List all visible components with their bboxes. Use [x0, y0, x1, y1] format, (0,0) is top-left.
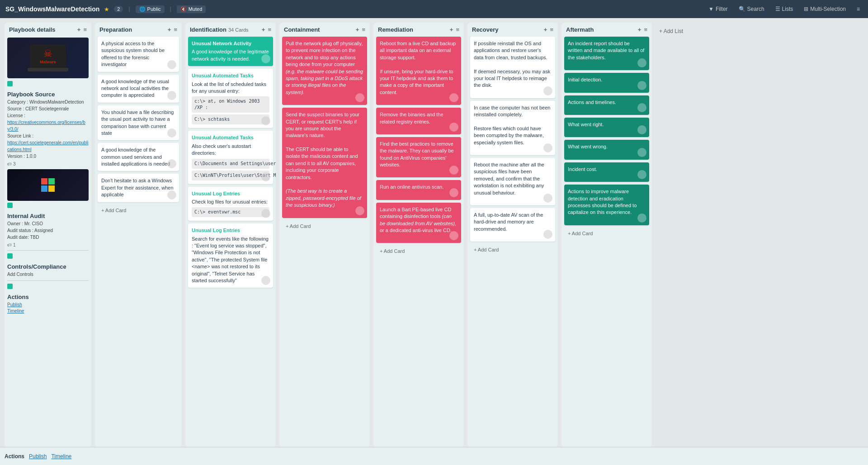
rec-card-3[interactable]: Reboot the machine after all the suspici… — [470, 158, 555, 205]
rem-card-5[interactable]: Launch a Bart PE-based live CD containin… — [376, 203, 461, 243]
con-add-card[interactable]: + Add Card — [282, 221, 367, 232]
aft-card-6[interactable]: Incident cost. — [564, 162, 649, 182]
aft-card-1-toggle[interactable] — [637, 58, 646, 67]
license-link[interactable]: https://creativecommons.org/licenses/by/… — [7, 120, 85, 132]
menu-playbook-icon[interactable]: ≡ — [83, 26, 87, 33]
menu-remediation-icon[interactable]: ≡ — [456, 26, 459, 33]
rem-card-1[interactable]: Reboot from a live CD and backup all imp… — [376, 37, 461, 105]
add-containment-icon[interactable]: + — [356, 26, 359, 33]
id-card-4[interactable]: Unusual Log Entries Check log files for … — [188, 187, 273, 221]
prep-card-1-toggle[interactable] — [167, 60, 176, 69]
id-card-1-title: Unusual Network Activity — [192, 40, 269, 47]
rem-card-2[interactable]: Remove the binaries and the related regi… — [376, 108, 461, 134]
menu-button[interactable]: ≡ — [854, 4, 863, 14]
rec-card-4-toggle[interactable] — [543, 230, 552, 239]
rem-add-card[interactable]: + Add Card — [376, 246, 461, 256]
prep-card-3[interactable]: You should have a file describing the us… — [98, 105, 179, 141]
rem-card-4-toggle[interactable] — [449, 188, 458, 197]
add-remediation-icon[interactable]: + — [450, 26, 453, 33]
rem-card-3-toggle[interactable] — [449, 166, 458, 175]
aft-card-2-toggle[interactable] — [637, 81, 646, 90]
add-preparation-icon[interactable]: + — [168, 26, 171, 33]
id-card-2-text: Look at the list of scheduled tasks for … — [192, 81, 266, 94]
prep-card-3-toggle[interactable] — [167, 128, 176, 138]
aft-card-3-toggle[interactable] — [637, 103, 646, 112]
menu-recovery-icon[interactable]: ≡ — [550, 26, 553, 33]
id-card-2[interactable]: Unusual Automated Tasks Look at the list… — [188, 69, 273, 128]
prep-card-2[interactable]: A good knowledge of the usual network an… — [98, 75, 179, 103]
star-icon[interactable]: ★ — [104, 6, 109, 13]
rec-card-4[interactable]: A full, up-to-date AV scan of the hard-d… — [470, 208, 555, 242]
source-link[interactable]: https://cert.societegenerale.com/en/publ… — [7, 140, 89, 152]
id-card-5-toggle[interactable] — [261, 276, 270, 285]
aftermath-header: Aftermath + ≡ — [561, 23, 652, 35]
timeline-link[interactable]: Timeline — [7, 308, 24, 313]
actions-bar-publish[interactable]: Publish — [29, 453, 47, 460]
id-card-3[interactable]: Unusual Automated Tasks Also check user'… — [188, 131, 273, 184]
search-icon: 🔍 — [739, 6, 745, 12]
id-card-2-toggle[interactable] — [261, 116, 270, 125]
aft-card-6-toggle[interactable] — [637, 170, 646, 179]
identification-title: Identification — [190, 26, 226, 33]
con-card-2[interactable]: Send the suspect binaries to your CERT, … — [282, 108, 367, 218]
add-playbook-icon[interactable]: + — [77, 26, 81, 33]
muted-pill[interactable]: 🔇 Muted — [177, 5, 206, 13]
prep-card-1[interactable]: A physical access to the suspicious syst… — [98, 37, 179, 72]
id-card-1-toggle[interactable] — [261, 54, 270, 63]
menu-aftermath-icon[interactable]: ≡ — [644, 26, 647, 33]
add-identification-icon[interactable]: + — [262, 26, 265, 33]
rec-card-2[interactable]: In case the computer has not been reinst… — [470, 101, 555, 155]
con-card-1-toggle[interactable] — [355, 93, 364, 102]
aft-card-7-toggle[interactable] — [637, 214, 646, 223]
menu-identification-icon[interactable]: ≡ — [268, 26, 271, 33]
multiselect-icon: ⊞ — [804, 6, 808, 12]
aft-card-7[interactable]: Actions to improve malware detection and… — [564, 185, 649, 225]
rec-add-card[interactable]: + Add Card — [470, 244, 555, 255]
prep-card-5[interactable]: Don't hesitate to ask a Windows Expert f… — [98, 174, 179, 202]
prep-card-4[interactable]: A good knowledge of the common used serv… — [98, 143, 179, 171]
rem-card-4[interactable]: Run an online antivirus scan. — [376, 180, 461, 199]
rec-card-2-toggle[interactable] — [543, 143, 552, 152]
add-aftermath-icon[interactable]: + — [638, 26, 642, 33]
publish-link[interactable]: Publish — [7, 302, 22, 307]
aft-card-5[interactable]: What went wrong. — [564, 140, 649, 159]
prep-card-5-text: Don't hesitate to ask a Windows Expert f… — [101, 178, 174, 197]
id-card-1[interactable]: Unusual Network Activity A good knowledg… — [188, 37, 273, 66]
rec-card-3-toggle[interactable] — [543, 194, 552, 203]
id-card-4-toggle[interactable] — [261, 209, 270, 218]
id-card-5[interactable]: Unusual Log Entries Search for events li… — [188, 223, 273, 288]
aft-card-2[interactable]: Initial detection. — [564, 73, 649, 92]
actions-bar-timeline[interactable]: Timeline — [51, 453, 71, 460]
id-card-3-toggle[interactable] — [261, 172, 270, 181]
visibility-pill[interactable]: 🌐 Public — [136, 5, 165, 13]
aft-card-5-toggle[interactable] — [637, 148, 646, 157]
lists-button[interactable]: ☰ Lists — [773, 4, 796, 14]
aft-card-1[interactable]: An incident report should be written and… — [564, 37, 649, 70]
multiselection-button[interactable]: ⊞ Multi-Selection — [801, 4, 849, 14]
add-list-button[interactable]: + Add List — [656, 23, 710, 447]
aft-card-3[interactable]: Actions and timelines. — [564, 95, 649, 115]
filter-button[interactable]: ▼ Filter — [706, 4, 731, 14]
rec-card-1-toggle[interactable] — [543, 86, 552, 95]
prep-card-4-toggle[interactable] — [167, 159, 176, 168]
con-card-1[interactable]: Pull the network plug off physically, to… — [282, 37, 367, 105]
add-recovery-icon[interactable]: + — [544, 26, 547, 33]
con-card-2-toggle[interactable] — [355, 206, 364, 215]
aft-card-4-toggle[interactable] — [637, 125, 646, 134]
divider2 — [7, 280, 89, 281]
rem-card-1-toggle[interactable] — [449, 93, 458, 102]
prep-add-card[interactable]: + Add Card — [98, 205, 179, 216]
prep-card-5-toggle[interactable] — [167, 190, 176, 199]
menu-containment-icon[interactable]: ≡ — [362, 26, 365, 33]
con-card-2-italic: (The best way is to create a zipped, pas… — [286, 188, 361, 208]
prep-card-2-toggle[interactable] — [167, 91, 176, 100]
wl-green — [48, 178, 55, 185]
aft-add-card[interactable]: + Add Card — [564, 228, 649, 239]
search-button[interactable]: 🔍 Search — [736, 4, 767, 14]
rem-card-2-toggle[interactable] — [449, 123, 458, 132]
aft-card-4[interactable]: What went right. — [564, 118, 649, 137]
rem-card-5-toggle[interactable] — [449, 231, 458, 240]
menu-preparation-icon[interactable]: ≡ — [174, 26, 177, 33]
rec-card-1[interactable]: If possible reinstall the OS and applica… — [470, 37, 555, 98]
rem-card-3[interactable]: Find the best practices to remove the ma… — [376, 137, 461, 178]
